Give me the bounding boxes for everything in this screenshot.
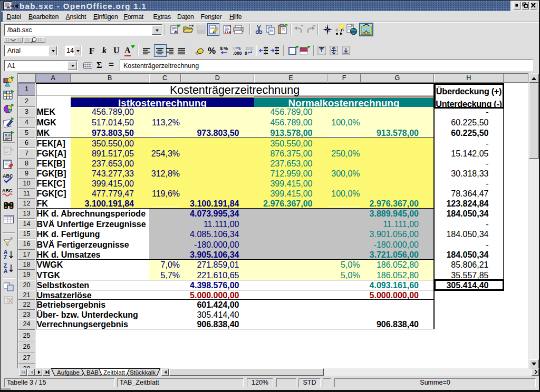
svg-text:%: % (224, 45, 228, 51)
svg-text:ABC: ABC (2, 188, 13, 193)
svg-text:.000: .000 (245, 46, 254, 51)
svg-text:0: 0 (233, 46, 236, 51)
svg-text:.000: .000 (233, 51, 242, 56)
svg-text:A: A (4, 268, 7, 274)
svg-text:$: $ (220, 45, 223, 51)
svg-text:Z: Z (4, 254, 7, 260)
svg-text:0: 0 (245, 51, 247, 56)
